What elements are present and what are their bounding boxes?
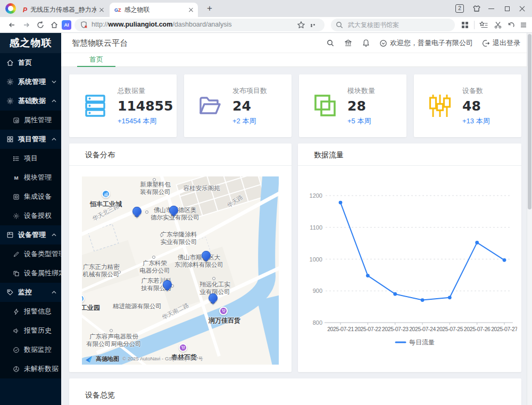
thunder-icon — [13, 308, 20, 315]
sidebar-item-data-monitoring[interactable]: 数据监控 — [0, 340, 61, 359]
sidebar-item-module-mgmt[interactable]: M 模块管理 — [0, 168, 61, 187]
browser-toolbar: AI http://www.puliangiot.com/dashboard/a… — [0, 17, 532, 33]
device-map[interactable]: 新康塑料包 装有限公司容桂安乐阁苑恒丰工业城华天北三路佛山市顺德区奥 德尔实业有… — [82, 176, 279, 365]
sidebar-item-alarm-info[interactable]: 报警信息 — [0, 302, 61, 321]
welcome-user[interactable]: 欢迎您，普量电子有限公司 — [379, 38, 473, 48]
svg-text:2025-07-25: 2025-07-25 — [436, 326, 463, 332]
tab-favicon: GZ — [114, 7, 121, 13]
chevron-down-icon — [52, 80, 56, 83]
browser-tab-inactive[interactable]: P 无线压力传感器_静力水准仪_ — [18, 3, 109, 17]
tab-count-badge[interactable]: 2 — [455, 4, 464, 13]
window-close-button[interactable] — [514, 0, 530, 17]
sidebar-item-attribute-mgmt[interactable]: 属性管理 — [0, 111, 61, 130]
svg-text:2025-07-27: 2025-07-27 — [491, 326, 517, 332]
browser-tab-active[interactable]: GZ 感之物联 — [110, 3, 198, 17]
svg-text:1000: 1000 — [310, 256, 322, 263]
sidebar-item-projects[interactable]: 项目 — [0, 149, 61, 168]
device-distribution-panel: 设备分布 — [69, 144, 292, 372]
tab-home[interactable]: 首页 — [77, 53, 115, 67]
grid-icon — [6, 136, 14, 143]
page-scrollbar[interactable] — [527, 33, 532, 405]
sidebar-item-device-authorization[interactable]: 设备授权 — [0, 206, 61, 225]
scrollbar-thumb[interactable] — [528, 34, 531, 209]
map-label: 广东科荣 电器分公司 — [139, 259, 170, 275]
tab-close-icon[interactable] — [189, 8, 193, 12]
sidebar-item-home[interactable]: 首页 — [0, 53, 61, 72]
sidebar-item-basic-data[interactable]: 基础数据 — [0, 91, 61, 111]
tab-title: 无线压力传感器_静力水准仪_ — [30, 5, 96, 14]
bank-icon[interactable] — [344, 39, 353, 47]
app-logo: 感之物联 — [0, 33, 61, 53]
window-maximize-button[interactable] — [499, 0, 515, 17]
screenshot-scissors-icon[interactable] — [494, 21, 502, 29]
stat-delta: +5 本周 — [347, 116, 375, 126]
candlestick-icon — [427, 93, 453, 119]
address-more-icon[interactable] — [311, 24, 318, 26]
home-icon[interactable] — [50, 21, 59, 29]
page-tabbar: 首页 — [61, 53, 527, 67]
svg-text:M: M — [14, 175, 18, 181]
map-label: 华天路 — [226, 193, 245, 209]
audio-icon — [13, 327, 20, 334]
map-poi-dot — [153, 178, 156, 181]
map-poi-building-icon — [102, 190, 110, 198]
search-input[interactable] — [347, 20, 448, 30]
window-minimize-button[interactable] — [483, 0, 499, 17]
theme-shirt-icon[interactable] — [472, 4, 481, 13]
menu-hamburger-icon[interactable] — [519, 21, 528, 29]
pen-icon — [13, 251, 20, 258]
reload-icon[interactable] — [36, 21, 45, 29]
apps-grid-icon[interactable] — [461, 21, 469, 29]
sidebar-item-monitoring[interactable]: 监控 — [0, 283, 61, 302]
gear-icon — [13, 213, 20, 220]
sidebar-item-unparsed-data[interactable]: 未解析数据 — [0, 359, 61, 378]
sidebar-item-integrated-devices[interactable]: 集成设备 — [0, 187, 61, 206]
data-flow-chart: 8009001000110012002025-07-212025-07-2220… — [302, 167, 517, 351]
sidebar-item-project-mgmt[interactable]: 项目管理 — [0, 130, 61, 149]
sidebar-item-system-mgmt[interactable]: 系统管理 — [0, 72, 61, 91]
stat-label: 设备数 — [462, 86, 490, 96]
map-marker[interactable] — [130, 205, 143, 217]
favorites-list-icon[interactable] — [479, 21, 488, 29]
map-label: 广东容声电器股份 有限公司厨电分公司 — [86, 333, 142, 348]
database-icon — [82, 93, 108, 119]
stat-value: 48 — [462, 98, 490, 114]
address-bar[interactable]: http://www.puliangiot.com/dashboard/anal… — [74, 19, 325, 31]
forward-icon[interactable] — [22, 21, 31, 29]
sidebar-item-device-mgmt[interactable]: 设备管理 — [0, 225, 61, 244]
map-label: 新康塑料包 装有限公司 — [140, 181, 171, 196]
map-poi-dot — [118, 271, 121, 274]
undo-restore-icon[interactable] — [507, 21, 516, 29]
sidebar-item-alarm-history[interactable]: 报警历史 — [0, 321, 61, 340]
welcome-text: 欢迎您，普量电子有限公司 — [390, 38, 473, 48]
sidebar: 感之物联 首页 系统管理 基础数据 属性管理 项目管理 项目 M 模块管理 集成… — [0, 33, 61, 405]
gear-icon — [6, 97, 14, 105]
back-icon[interactable] — [7, 21, 16, 29]
logout-button[interactable]: 退出登录 — [482, 38, 520, 48]
url-text[interactable]: http://www.puliangiot.com/dashboard/anal… — [92, 21, 232, 28]
logout-icon — [482, 39, 490, 47]
app-header: 智慧物联云平台 欢迎您，普量电子有限公司 退出登录 — [61, 33, 527, 53]
tab-close-icon[interactable] — [99, 8, 104, 12]
map-attribution: 高德地图 © 2025 AutoNavi - GS(2023)4677号 — [85, 355, 203, 363]
stat-card-module-count: 模块数量 28 +5 本周 — [299, 74, 406, 137]
sidebar-item-device-type-mgmt[interactable]: 设备类型管理 — [0, 244, 61, 264]
map-poi-shop-icon — [179, 343, 187, 352]
map-label: 胜工业园 — [82, 304, 100, 312]
ai-assistant-button[interactable]: AI — [62, 20, 71, 30]
new-tab-button[interactable]: + — [203, 2, 216, 15]
browser-search-box[interactable] — [331, 19, 455, 31]
svg-text:2025-07-22: 2025-07-22 — [354, 326, 381, 332]
folder-icon — [197, 93, 223, 119]
sidebar-item-device-attr-binding[interactable]: 设备属性绑定 — [0, 264, 61, 283]
copy-icon — [13, 270, 20, 277]
svg-text:2025-07-26: 2025-07-26 — [464, 326, 491, 332]
bookmark-star-icon[interactable] — [297, 21, 305, 29]
insecure-shield-icon[interactable] — [80, 21, 88, 29]
bell-icon[interactable] — [362, 39, 370, 47]
browser-logo-icon[interactable] — [5, 3, 16, 14]
map-label: 容桂安乐阁苑 — [184, 184, 220, 192]
stat-card-total-data: 总数据量 114855 +15454 本周 — [69, 74, 177, 137]
map-label: 广东正力精密 机械有限公司 — [83, 263, 120, 279]
header-search-icon[interactable] — [326, 39, 335, 47]
